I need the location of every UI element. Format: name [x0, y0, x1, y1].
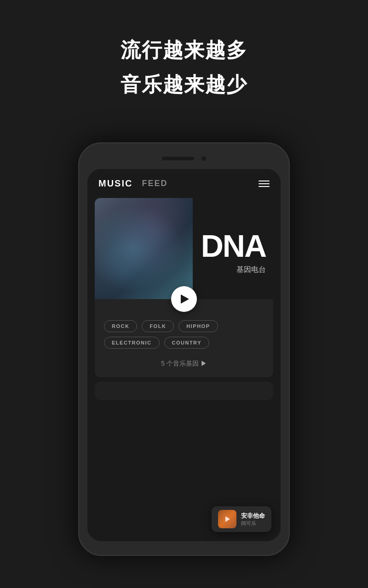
- genre-tag-electronic[interactable]: ELECTRONIC: [104, 337, 160, 349]
- mini-player[interactable]: 安非他命 阔可乐: [212, 506, 271, 532]
- nav-feed-tab[interactable]: FEED: [142, 179, 167, 188]
- gene-count-label: 5 个音乐基因: [161, 360, 199, 367]
- tagline-line2: 音乐越来越少: [0, 71, 368, 98]
- genre-tag-country[interactable]: COUNTRY: [164, 337, 209, 349]
- mini-player-title: 安非他命: [241, 512, 265, 520]
- dna-card: DNA 基因电台 ROCK FOLK HIPHOP ELECTRONIC COU…: [95, 198, 273, 377]
- album-art-texture: [95, 198, 193, 299]
- play-button-wrap: [171, 286, 197, 312]
- card-right-info: DNA 基因电台: [193, 198, 273, 299]
- play-icon: [181, 294, 189, 304]
- album-art: [95, 198, 193, 299]
- mini-play-icon: [225, 516, 230, 522]
- nav-music-tab[interactable]: MUSIC: [98, 178, 132, 189]
- genre-tag-hiphop[interactable]: HIPHOP: [178, 320, 218, 332]
- app-header: MUSIC FEED: [87, 169, 281, 193]
- phone-screen: MUSIC FEED DNA 基因电台: [87, 169, 281, 541]
- phone-frame: MUSIC FEED DNA 基因电台: [78, 142, 290, 556]
- menu-line-2: [259, 183, 270, 184]
- mini-player-info: 安非他命 阔可乐: [241, 512, 265, 527]
- gene-count-arrow: ▶: [201, 360, 207, 367]
- phone-top-bar: [87, 152, 281, 165]
- tagline-section: 流行越来越多 音乐越来越少: [0, 37, 368, 98]
- genre-tag-rock[interactable]: ROCK: [104, 320, 137, 332]
- menu-line-1: [259, 181, 270, 181]
- menu-line-3: [259, 186, 270, 187]
- hamburger-menu-icon[interactable]: [259, 181, 270, 187]
- dna-title: DNA: [201, 230, 266, 261]
- phone-camera: [201, 156, 206, 161]
- gene-count-section[interactable]: 5 个音乐基因 ▶: [95, 356, 273, 377]
- card-top-section: DNA 基因电台: [95, 198, 273, 299]
- play-button[interactable]: [171, 286, 197, 312]
- phone-speaker: [162, 157, 194, 160]
- second-card-peek: [95, 382, 273, 400]
- dna-subtitle: 基因电台: [236, 265, 266, 275]
- tagline-line1: 流行越来越多: [0, 37, 368, 64]
- genre-tag-folk[interactable]: FOLK: [142, 320, 174, 332]
- mini-player-art: [218, 510, 236, 528]
- mini-player-subtitle: 阔可乐: [241, 520, 265, 527]
